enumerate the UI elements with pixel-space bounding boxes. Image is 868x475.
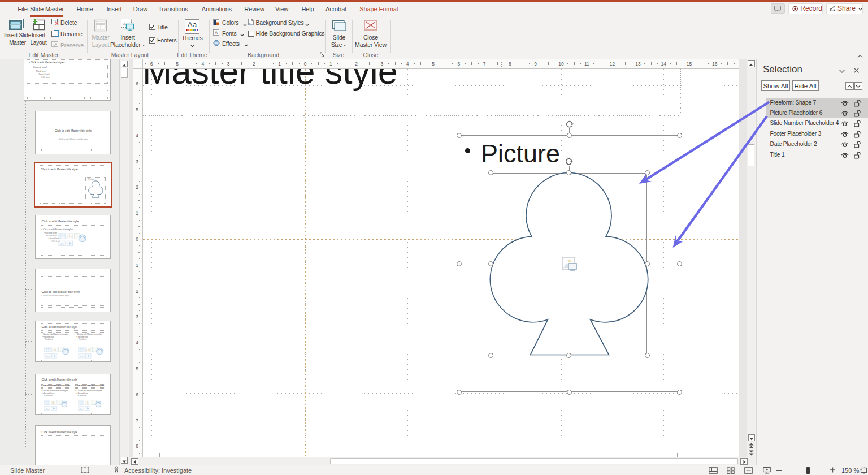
svg-text:A: A xyxy=(215,30,218,36)
